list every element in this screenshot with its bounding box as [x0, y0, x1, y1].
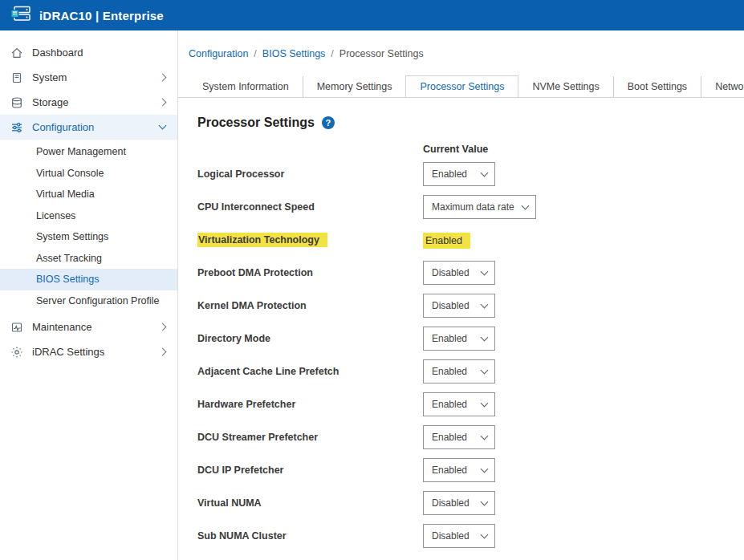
logical-processor-select[interactable]: Enabled: [423, 162, 495, 186]
chevron-down-icon: [481, 530, 489, 538]
setting-control: Enabled: [423, 425, 495, 449]
setting-label: DCU IP Prefetcher: [197, 465, 423, 476]
sidebar-item-configuration[interactable]: Configuration: [0, 115, 177, 140]
storage-disks-icon: [10, 96, 23, 109]
setting-label: Virtual NUMA: [197, 497, 423, 509]
setting-control: Maximum data rate: [423, 195, 536, 219]
sidebar-subitem-asset-tracking[interactable]: Asset Tracking: [0, 248, 177, 270]
setting-label-text: Hardware Prefetcher: [197, 399, 295, 410]
chevron-down-icon: [481, 432, 489, 440]
select-value: Enabled: [432, 465, 467, 476]
chevron-right-icon: [159, 348, 167, 356]
chevron-down-icon: [481, 168, 489, 177]
setting-control: Disabled: [423, 491, 495, 515]
setting-row-adjacent-cache-line-prefetch: Adjacent Cache Line Prefetch Enabled: [197, 355, 744, 388]
setting-row-logical-processor: Logical Processor Enabled: [197, 157, 744, 190]
sidebar-item-label: Maintenance: [32, 321, 151, 333]
sidebar-subitem-virtual-media[interactable]: Virtual Media: [0, 184, 177, 205]
setting-label: Preboot DMA Protection: [197, 267, 423, 278]
sidebar-subitem-bios-settings[interactable]: BIOS Settings: [0, 269, 177, 290]
kernel-dma-protection-select[interactable]: Disabled: [423, 294, 495, 318]
select-value: Maximum data rate: [432, 201, 514, 213]
setting-control: Enabled: [423, 359, 495, 383]
setting-label: Adjacent Cache Line Prefetch: [197, 366, 423, 377]
select-value: Disabled: [432, 300, 470, 311]
setting-label-text: Preboot DMA Protection: [197, 267, 313, 278]
sliders-icon: [10, 121, 23, 134]
chevron-down-icon: [521, 201, 529, 209]
adjacent-cache-line-prefetch-select[interactable]: Enabled: [423, 359, 495, 383]
chevron-right-icon: [159, 74, 167, 82]
cpu-interconnect-speed-select[interactable]: Maximum data rate: [423, 195, 536, 219]
setting-label: Virtualization Technology: [197, 234, 423, 246]
setting-control: Disabled: [423, 261, 495, 285]
setting-row-kernel-dma-protection: Kernel DMA Protection Disabled: [197, 289, 744, 322]
hardware-prefetcher-select[interactable]: Enabled: [423, 392, 495, 416]
server-icon: [10, 71, 23, 84]
breadcrumb-bios-settings[interactable]: BIOS Settings: [262, 48, 326, 59]
setting-control: Enabled: [423, 327, 495, 351]
sidebar-subnav: Power ManagementVirtual ConsoleVirtual M…: [0, 140, 177, 314]
sidebar-subitem-virtual-console[interactable]: Virtual Console: [0, 163, 177, 185]
setting-label: Logical Processor: [197, 168, 423, 180]
chevron-right-icon: [159, 323, 167, 331]
gear-icon: [10, 346, 23, 359]
select-value: Disabled: [432, 497, 470, 509]
setting-label: CPU Interconnect Speed: [197, 201, 423, 213]
sidebar-item-system[interactable]: System: [0, 65, 177, 90]
select-value: Enabled: [432, 333, 467, 344]
help-icon[interactable]: ?: [322, 116, 335, 129]
setting-row-sub-numa-cluster: Sub NUMA Cluster Disabled: [197, 519, 744, 552]
tab-memory-settings[interactable]: Memory Settings: [303, 76, 406, 97]
sub-numa-cluster-select[interactable]: Disabled: [423, 524, 495, 548]
setting-label-text: Directory Mode: [197, 333, 270, 344]
sidebar-item-label: Dashboard: [32, 47, 165, 59]
preboot-dma-protection-select[interactable]: Disabled: [423, 261, 495, 285]
virtual-numa-select[interactable]: Disabled: [423, 491, 495, 515]
breadcrumb-configuration[interactable]: Configuration: [189, 48, 248, 59]
current-value-column-header: Current Value: [423, 144, 744, 155]
sidebar-item-dashboard[interactable]: Dashboard: [0, 40, 177, 65]
setting-row-directory-mode: Directory Mode Enabled: [197, 322, 744, 355]
sidebar-subitem-system-settings[interactable]: System Settings: [0, 226, 177, 248]
tab-processor-settings[interactable]: Processor Settings: [405, 75, 518, 98]
chevron-down-icon: [481, 497, 489, 505]
setting-row-dcu-streamer-prefetcher: DCU Streamer Prefetcher Enabled: [197, 420, 744, 453]
setting-control: Disabled: [423, 524, 495, 548]
chevron-down-icon: [481, 366, 489, 374]
setting-control: Enabled: [423, 458, 495, 482]
tab-network-settings[interactable]: Network Settings: [701, 76, 744, 97]
page-title: Processor Settings ?: [197, 116, 744, 130]
dcu-ip-prefetcher-select[interactable]: Enabled: [423, 458, 495, 482]
setting-label-text: DCU IP Prefetcher: [197, 465, 283, 476]
chevron-down-icon: [159, 122, 167, 130]
sidebar-item-label: Storage: [32, 96, 151, 108]
sidebar-subitem-licenses[interactable]: Licenses: [0, 205, 177, 227]
tab-boot-settings[interactable]: Boot Settings: [613, 76, 701, 97]
sidebar-item-maintenance[interactable]: Maintenance: [0, 314, 177, 339]
setting-control: Enabled: [423, 162, 495, 186]
sidebar-item-idrac-settings[interactable]: iDRAC Settings: [0, 339, 177, 364]
select-value: Enabled: [432, 399, 467, 410]
app-header: iDRAC10 | Enterprise: [0, 0, 744, 30]
main-content: Configuration/BIOS Settings/Processor Se…: [178, 30, 744, 560]
directory-mode-select[interactable]: Enabled: [423, 327, 495, 351]
setting-label-text: DCU Streamer Prefetcher: [197, 432, 318, 443]
idrac-logo-icon: [10, 6, 31, 25]
tab-system-information[interactable]: System Information: [189, 76, 303, 97]
sidebar-subitem-power-management[interactable]: Power Management: [0, 141, 177, 163]
sidebar-item-label: iDRAC Settings: [32, 346, 151, 358]
chevron-down-icon: [481, 333, 489, 341]
setting-label-text: Logical Processor: [197, 168, 284, 180]
dcu-streamer-prefetcher-select[interactable]: Enabled: [423, 425, 495, 449]
setting-control: Enabled: [423, 392, 495, 416]
sidebar-subitem-server-configuration-profile[interactable]: Server Configuration Profile: [0, 290, 177, 312]
select-value: Enabled: [432, 432, 467, 443]
setting-label: Directory Mode: [197, 333, 423, 344]
chevron-down-icon: [481, 267, 489, 275]
setting-control: Enabled: [423, 233, 470, 247]
sidebar-item-storage[interactable]: Storage: [0, 90, 177, 115]
monitor-pulse-icon: [10, 321, 23, 334]
tab-nvme-settings[interactable]: NVMe Settings: [518, 76, 612, 97]
sidebar-item-label: System: [32, 71, 151, 83]
